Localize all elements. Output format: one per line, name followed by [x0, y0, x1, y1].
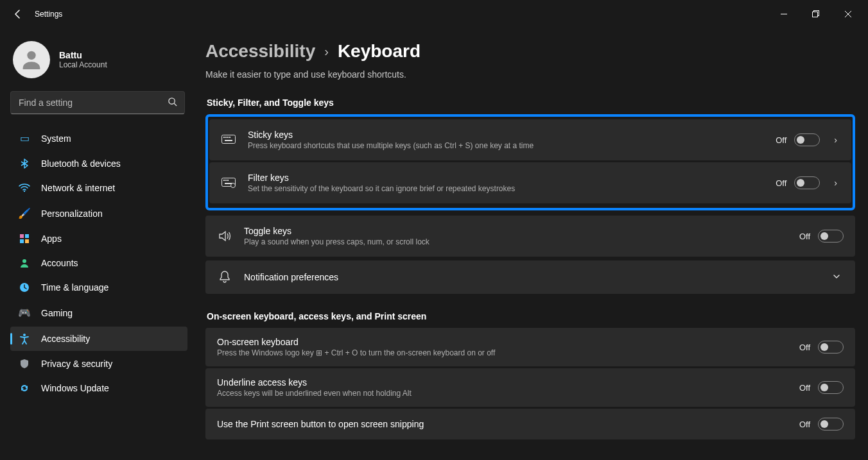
sidebar-item-label: Accessibility — [41, 334, 90, 344]
underline-access-keys-toggle[interactable] — [818, 381, 844, 394]
breadcrumb-parent[interactable]: Accessibility — [205, 41, 315, 62]
toggle-state-label: Off — [799, 232, 810, 241]
svg-point-13 — [23, 334, 26, 336]
svg-rect-9 — [20, 239, 24, 243]
sidebar-item-update[interactable]: Windows Update — [10, 377, 187, 400]
shield-icon — [18, 359, 31, 369]
display-icon: ▭ — [18, 132, 31, 144]
print-screen-card[interactable]: Use the Print screen button to open scre… — [205, 409, 855, 439]
search-wrap — [10, 91, 185, 114]
avatar — [13, 41, 50, 78]
highlighted-region: Sticky keys Press keyboard shortcuts tha… — [205, 114, 855, 210]
card-title: Underline access keys — [217, 377, 788, 388]
sticky-keys-card[interactable]: Sticky keys Press keyboard shortcuts tha… — [209, 119, 851, 160]
section-title-sticky: Sticky, Filter, and Toggle keys — [207, 98, 855, 108]
chevron-right-icon[interactable]: › — [831, 135, 840, 145]
nav-list: ▭ System Bluetooth & devices Network & i… — [10, 126, 187, 400]
svg-point-11 — [22, 259, 26, 263]
sidebar-item-privacy[interactable]: Privacy & security — [10, 352, 187, 375]
svg-rect-19 — [225, 140, 232, 141]
minimize-button[interactable] — [769, 4, 799, 24]
person-icon — [18, 258, 31, 268]
sound-icon — [217, 230, 232, 242]
svg-rect-22 — [225, 180, 227, 181]
accessibility-icon — [18, 333, 31, 345]
toggle-state-label: Off — [776, 178, 786, 188]
card-title: Sticky keys — [248, 130, 764, 140]
filter-keys-toggle[interactable] — [794, 176, 820, 189]
card-desc: Press the Windows logo key ⊞ + Ctrl + O … — [217, 348, 788, 357]
svg-rect-14 — [222, 135, 236, 144]
keyboard-filter-icon — [221, 178, 236, 188]
toggle-state-label: Off — [799, 420, 810, 429]
svg-rect-17 — [227, 137, 229, 138]
sidebar-item-bluetooth[interactable]: Bluetooth & devices — [10, 152, 187, 175]
wifi-icon — [18, 183, 31, 192]
svg-rect-7 — [20, 234, 24, 238]
search-input[interactable] — [10, 91, 185, 114]
svg-rect-15 — [223, 137, 225, 138]
sidebar-item-system[interactable]: ▭ System — [10, 126, 187, 151]
card-title: Use the Print screen button to open scre… — [217, 419, 788, 429]
sticky-keys-toggle[interactable] — [794, 133, 820, 146]
svg-rect-2 — [813, 12, 818, 17]
sidebar-item-label: Privacy & security — [41, 359, 112, 369]
svg-rect-23 — [227, 180, 229, 181]
user-account-type: Local Account — [59, 60, 107, 69]
sync-icon — [18, 383, 31, 393]
card-desc: Set the sensitivity of the keyboard so i… — [248, 184, 764, 193]
sidebar-item-gaming[interactable]: 🎮 Gaming — [10, 300, 187, 325]
toggle-state-label: Off — [799, 343, 810, 352]
on-screen-keyboard-card[interactable]: On-screen keyboard Press the Windows log… — [205, 328, 855, 366]
on-screen-keyboard-toggle[interactable] — [818, 341, 844, 354]
filter-keys-card[interactable]: Filter keys Set the sensitivity of the k… — [209, 162, 851, 203]
breadcrumb: Accessibility › Keyboard — [205, 41, 855, 62]
sidebar-item-accessibility[interactable]: Accessibility — [10, 327, 187, 351]
svg-rect-8 — [25, 234, 29, 238]
notification-preferences-card[interactable]: Notification preferences — [205, 260, 855, 294]
svg-rect-10 — [25, 239, 29, 243]
gamepad-icon: 🎮 — [18, 307, 31, 319]
sidebar-item-apps[interactable]: Apps — [10, 227, 187, 250]
section-title-onscreen: On-screen keyboard, access keys, and Pri… — [207, 311, 855, 321]
chevron-down-icon[interactable] — [829, 272, 844, 283]
svg-rect-16 — [225, 137, 227, 138]
card-title: Notification preferences — [244, 272, 818, 282]
page-subtitle: Make it easier to type and use keyboard … — [205, 69, 855, 80]
toggle-state-label: Off — [776, 135, 786, 145]
chevron-right-icon[interactable]: › — [831, 178, 840, 188]
svg-rect-18 — [229, 137, 230, 138]
bell-icon — [217, 271, 232, 284]
toggle-keys-card[interactable]: Toggle keys Play a sound when you press … — [205, 216, 855, 257]
app-title: Settings — [35, 10, 62, 19]
sidebar-item-label: Apps — [41, 234, 62, 244]
card-desc: Play a sound when you press caps, num, o… — [244, 237, 788, 246]
sidebar-item-label: System — [41, 133, 71, 144]
sidebar-item-label: Bluetooth & devices — [41, 158, 121, 169]
toggle-keys-toggle[interactable] — [818, 230, 844, 243]
sidebar: Battu Local Account ▭ System Bluetooth &… — [0, 28, 193, 460]
bluetooth-icon — [18, 158, 31, 169]
brush-icon: 🖌️ — [18, 207, 31, 219]
sidebar-item-label: Gaming — [41, 308, 73, 318]
user-name: Battu — [59, 50, 107, 60]
back-button[interactable] — [5, 1, 31, 27]
maximize-button[interactable] — [801, 4, 831, 24]
sidebar-item-accounts[interactable]: Accounts — [10, 251, 187, 275]
sidebar-item-label: Network & internet — [41, 183, 115, 193]
breadcrumb-current: Keyboard — [338, 41, 421, 62]
title-bar: Settings — [0, 0, 868, 28]
sidebar-item-personalization[interactable]: 🖌️ Personalization — [10, 201, 187, 226]
sidebar-item-time[interactable]: Time & language — [10, 276, 187, 299]
card-desc: Press keyboard shortcuts that use multip… — [248, 141, 764, 150]
sidebar-item-network[interactable]: Network & internet — [10, 176, 187, 200]
close-button[interactable] — [833, 4, 863, 24]
sidebar-item-label: Personalization — [41, 209, 103, 219]
svg-rect-21 — [223, 180, 225, 181]
card-title: Filter keys — [248, 173, 764, 183]
chevron-right-icon: › — [324, 44, 329, 59]
underline-access-keys-card[interactable]: Underline access keys Access keys will b… — [205, 368, 855, 407]
svg-point-3 — [27, 51, 35, 60]
profile-block[interactable]: Battu Local Account — [13, 41, 187, 78]
print-screen-toggle[interactable] — [818, 418, 844, 430]
